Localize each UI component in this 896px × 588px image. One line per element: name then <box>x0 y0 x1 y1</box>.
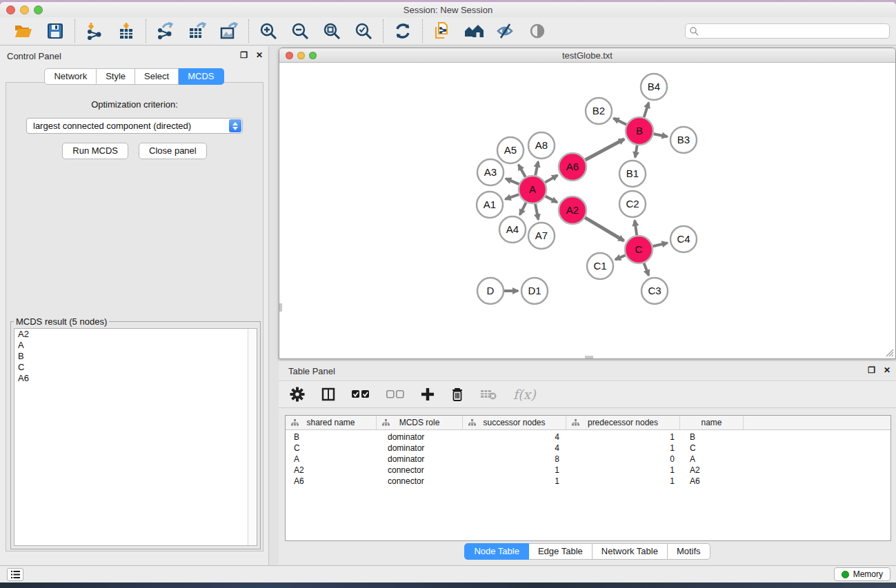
result-scrollbar[interactable] <box>248 329 257 545</box>
mcds-panel: Optimization criterion: largest connecte… <box>6 82 263 551</box>
zoom-in-button[interactable] <box>258 21 279 41</box>
cell: C <box>680 443 744 454</box>
network-canvas[interactable]: AA1A3A5A8A4A7A6A2BB1B2B3B4CC1C2C3C4DD1 <box>279 63 895 358</box>
edge-A-A6[interactable] <box>545 175 557 182</box>
column-header-shared-name[interactable]: shared name <box>286 416 377 429</box>
resize-grip-icon[interactable] <box>885 348 894 357</box>
zoom-selected-button[interactable] <box>353 21 374 41</box>
network-window-title: testGlobe.txt <box>279 50 895 61</box>
edge-A-A2[interactable] <box>546 196 557 203</box>
edge-B-B1[interactable] <box>635 145 637 158</box>
edge-A-A7[interactable] <box>535 204 538 220</box>
column-header-predecessor-nodes[interactable]: predecessor nodes <box>566 416 680 429</box>
memory-button[interactable]: Memory <box>834 567 890 581</box>
apply-layout-button[interactable] <box>392 21 413 41</box>
column-header-MCDS-role[interactable]: MCDS role <box>377 416 463 429</box>
tab-motifs[interactable]: Motifs <box>668 543 710 560</box>
delete-column-button[interactable] <box>451 387 464 402</box>
edge-C-C2[interactable] <box>635 221 637 235</box>
node-label-A2: A2 <box>566 204 579 216</box>
result-item[interactable]: A <box>14 340 257 351</box>
clone-network-button[interactable] <box>432 21 452 41</box>
export-table-button[interactable] <box>187 21 208 41</box>
table-close-panel-icon[interactable]: ✕ <box>884 365 890 375</box>
table-row[interactable]: Cdominator41C <box>286 443 890 454</box>
edge-C-C1[interactable] <box>615 255 626 259</box>
run-mcds-button[interactable]: Run MCDS <box>62 143 128 159</box>
edge-C-C4[interactable] <box>653 243 667 246</box>
table-row[interactable]: Adominator80A <box>286 454 890 465</box>
search-input[interactable] <box>699 25 889 37</box>
export-image-button[interactable] <box>219 21 239 41</box>
export-table-icon <box>188 22 207 40</box>
node-label-A6: A6 <box>566 161 579 172</box>
edge-C-C3[interactable] <box>644 263 649 276</box>
window-title: Session: New Session <box>0 5 896 15</box>
memory-status-icon <box>842 571 849 578</box>
column-header-name[interactable]: name <box>680 416 744 429</box>
result-item[interactable]: C <box>14 362 257 373</box>
deselect-all-button[interactable] <box>386 390 404 398</box>
edge-A-A3[interactable] <box>506 179 519 184</box>
tab-network-table[interactable]: Network Table <box>593 543 668 560</box>
node-label-C4: C4 <box>677 233 690 245</box>
columns-icon <box>321 387 335 401</box>
tab-node-table[interactable]: Node Table <box>464 543 529 560</box>
tab-select[interactable]: Select <box>135 68 179 85</box>
add-column-button[interactable] <box>421 387 435 401</box>
import-table-button[interactable] <box>116 21 137 41</box>
optimization-criterion-select[interactable]: largest connected component (directed) <box>26 118 243 134</box>
show-all-networks-button[interactable] <box>464 21 484 41</box>
delete-table-button[interactable] <box>480 389 497 400</box>
show-columns-button[interactable] <box>321 387 335 401</box>
function-builder-button[interactable]: f(x) <box>513 387 536 402</box>
result-item[interactable]: A2 <box>14 329 257 340</box>
gear-icon <box>290 387 305 402</box>
column-header-successor-nodes[interactable]: successor nodes <box>463 416 566 429</box>
table-row[interactable]: A6connector11A6 <box>286 476 890 487</box>
edge-A6-B[interactable] <box>586 139 624 160</box>
memory-label: Memory <box>853 569 883 579</box>
edge-A2-C[interactable] <box>585 218 624 241</box>
result-item[interactable]: B <box>14 351 257 362</box>
close-panel-icon[interactable]: ✕ <box>256 50 263 60</box>
open-session-button[interactable] <box>13 21 34 41</box>
cell: 1 <box>463 476 566 487</box>
table-row[interactable]: Bdominator41B <box>286 432 890 443</box>
horizontal-scroll-nub[interactable] <box>585 356 593 358</box>
close-panel-button[interactable]: Close panel <box>139 143 207 159</box>
column-type-icon <box>468 419 476 426</box>
edge-A-A5[interactable] <box>519 165 526 177</box>
node-label-A1: A1 <box>484 199 496 210</box>
tab-edge-table[interactable]: Edge Table <box>529 543 593 560</box>
cell: A <box>680 454 744 465</box>
result-item[interactable]: A6 <box>14 373 257 384</box>
save-session-button[interactable] <box>45 21 66 41</box>
export-network-icon <box>156 22 175 40</box>
edge-B-B4[interactable] <box>644 103 649 117</box>
zoom-out-button[interactable] <box>290 21 310 41</box>
vertical-scroll-nub[interactable] <box>279 303 282 312</box>
plus-icon <box>421 387 435 401</box>
birdseye-view-button[interactable] <box>527 21 548 41</box>
table-row[interactable]: A2connector11A2 <box>286 465 890 476</box>
table-settings-button[interactable] <box>290 387 305 402</box>
zoom-fit-button[interactable] <box>321 21 342 41</box>
tab-style[interactable]: Style <box>97 68 135 85</box>
export-network-button[interactable] <box>155 21 176 41</box>
edge-A-A8[interactable] <box>535 162 538 176</box>
tab-mcds[interactable]: MCDS <box>179 68 223 85</box>
import-network-button[interactable] <box>84 21 105 41</box>
tab-network[interactable]: Network <box>44 68 97 85</box>
edge-A-A1[interactable] <box>506 194 519 199</box>
edge-B-B3[interactable] <box>654 134 668 136</box>
cell: connector <box>377 476 463 487</box>
float-panel-icon[interactable]: ❐ <box>240 50 248 60</box>
table-float-panel-icon[interactable]: ❐ <box>868 365 875 375</box>
node-label-C: C <box>635 243 643 255</box>
edge-A-A4[interactable] <box>520 203 526 215</box>
task-history-button[interactable] <box>7 568 23 581</box>
hide-graphics-details-button[interactable] <box>495 21 516 41</box>
select-all-button[interactable] <box>352 390 370 398</box>
edge-B-B2[interactable] <box>614 119 627 125</box>
